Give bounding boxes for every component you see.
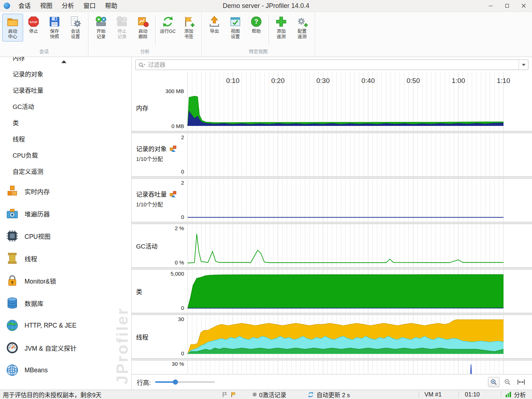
telemetry-row-gc-activity[interactable]: 2 % GC活动 0 % <box>132 224 532 268</box>
filter-input[interactable] <box>148 62 519 68</box>
sidebar-item-custom-telemetry[interactable]: 自定义遥测 <box>0 164 131 180</box>
database-icon <box>6 297 19 310</box>
threads-chart[interactable] <box>188 315 503 358</box>
toolbar-separator <box>155 15 156 45</box>
telemetry-name-recorded-throughput: 记录吞吐量 <box>136 189 177 198</box>
status-bar: 用于评估目的的未授权副本，剩余9天 0激活记录 自动更新 2 s VM #1 0… <box>0 390 532 399</box>
record-allocations-icon[interactable] <box>170 145 177 152</box>
add-telemetry-button[interactable]: 添加 遥测 <box>271 14 292 41</box>
live-memory-icon <box>6 185 19 198</box>
stop-recording-button: 停止 记录 <box>112 14 132 41</box>
add-bookmark-button[interactable]: 添加 书签 <box>178 14 199 41</box>
svg-text:0:20: 0:20 <box>271 77 285 84</box>
start-recording-button[interactable]: 开始 记录 <box>91 14 112 41</box>
sidebar-item-classes[interactable]: 类 <box>0 115 131 131</box>
elapsed-time: 01:10 <box>465 390 480 399</box>
start-center-button[interactable]: 启动 中心 <box>2 14 23 41</box>
close-button[interactable] <box>515 0 532 12</box>
sidebar-item-jvm-probes[interactable]: JVM & 自定义探针 <box>0 337 131 359</box>
zoom-in-icon <box>490 378 497 386</box>
auto-update-icon <box>308 391 314 398</box>
toolbar-group-label-specific-views: 特定视图 <box>202 47 315 57</box>
stop-button[interactable]: STOP 停止 <box>23 14 44 36</box>
minimize-icon <box>489 6 493 6</box>
sidebar-item-monitors-locks[interactable]: Monitor&锁 <box>0 269 131 292</box>
save-snapshot-button[interactable]: 保存 快照 <box>44 14 65 41</box>
help-button[interactable]: ? 帮助 <box>246 14 267 36</box>
fit-to-window-button[interactable] <box>515 377 527 387</box>
slider-thumb[interactable] <box>173 380 178 385</box>
classes-chart[interactable] <box>188 269 503 313</box>
add-bookmark-icon <box>183 16 195 28</box>
run-gc-button[interactable]: 运行GC <box>157 14 178 36</box>
menu-session[interactable]: 会话 <box>14 0 35 12</box>
zoom-in-button[interactable] <box>488 377 500 387</box>
sidebar-item-live-memory[interactable]: 实时内存 <box>0 180 131 202</box>
telemetry-row-threads[interactable]: 30 线程 0 <box>132 315 532 359</box>
auto-update-status[interactable]: 自动更新 2 s <box>308 390 350 399</box>
configure-telemetry-button[interactable]: 配置 遥测 <box>292 14 313 41</box>
gc-activity-chart[interactable] <box>188 224 503 267</box>
sidebar-item-heap-walker[interactable]: 堆遍历器 <box>0 202 131 225</box>
search-icon[interactable] <box>136 62 148 68</box>
stop-recording-icon <box>116 16 128 28</box>
y-min-label: 0 % <box>175 259 184 266</box>
sidebar-item-threads[interactable]: 线程 <box>0 247 131 269</box>
previous-bookmark-icon[interactable] <box>221 391 227 398</box>
svg-text:1:00: 1:00 <box>452 77 465 84</box>
sidebar-item-cpu-load[interactable]: CPU负载 <box>0 148 131 164</box>
row-height-slider[interactable] <box>155 379 215 385</box>
maximize-icon <box>505 4 509 8</box>
view-settings-icon <box>229 16 241 28</box>
recorded-throughput-chart[interactable] <box>188 179 503 222</box>
sidebar-item-memory-telemetry[interactable]: 内存 <box>0 57 131 66</box>
sidebar-item-http-rpc-jee[interactable]: HTTP, RPC & JEE <box>0 314 131 337</box>
scroll-up-icon[interactable] <box>61 60 66 63</box>
filter-combo[interactable] <box>135 60 528 70</box>
session-settings-button[interactable]: 会话 设置 <box>65 14 86 41</box>
export-button[interactable]: 导出 <box>204 14 225 36</box>
menu-view[interactable]: 视图 <box>35 0 57 12</box>
menu-window[interactable]: 窗口 <box>79 0 100 12</box>
maximize-button[interactable] <box>499 0 515 12</box>
session-settings-icon <box>69 16 82 28</box>
toolbar-group-label-session: 会话 <box>0 47 88 57</box>
telemetry-row-recorded-throughput[interactable]: 2 记录吞吐量 1/10个分配 0 <box>132 178 532 222</box>
sidebar-item-recorded-objects[interactable]: 记录的对象 <box>0 66 131 83</box>
memory-chart[interactable]: 0:100:200:300:400:501:001:10 <box>188 72 503 131</box>
toolbar-group-analyze: 开始 记录 停止 记录 启动 跟踪 运行GC 添加 书签 分析 <box>88 12 202 57</box>
cpu-load-chart[interactable] <box>188 360 503 374</box>
menu-analyze[interactable]: 分析 <box>57 0 79 12</box>
telemetry-row-memory[interactable]: 300 MB 内存 0 MB 0:100:200:300:400:501:001… <box>132 72 532 131</box>
save-snapshot-icon <box>48 16 61 28</box>
record-allocations-icon[interactable] <box>170 190 177 198</box>
filter-dropdown-button[interactable] <box>519 60 528 70</box>
telemetry-row-cpu-load[interactable]: 30 % <box>132 360 532 374</box>
minimize-button[interactable] <box>482 0 499 12</box>
sidebar-item-recorded-throughput[interactable]: 记录吞吐量 <box>0 83 131 99</box>
y-max-label: 2 % <box>175 225 184 231</box>
start-tracking-button[interactable]: 启动 跟踪 <box>132 14 153 41</box>
sidebar-item-threads-telemetry[interactable]: 线程 <box>0 131 131 148</box>
y-max-label: 30 % <box>172 361 184 367</box>
export-icon <box>208 16 221 28</box>
bookmark-icon[interactable] <box>230 391 236 398</box>
view-settings-button[interactable]: 视图 设置 <box>225 14 246 41</box>
y-min-label: 0 <box>181 350 184 356</box>
sidebar-item-gc-activity[interactable]: GC活动 <box>0 99 131 115</box>
y-min-label: 0 <box>181 214 184 220</box>
recorded-objects-chart[interactable] <box>188 133 503 176</box>
telemetry-row-classes[interactable]: 5,000 类 0 <box>132 269 532 313</box>
telemetry-row-recorded-objects[interactable]: 2 记录的对象 1/10个分配 0 <box>132 133 532 177</box>
y-max-label: 30 <box>178 316 184 322</box>
sidebar-item-databases[interactable]: 数据库 <box>0 292 131 314</box>
start-recording-icon <box>95 16 107 28</box>
run-gc-icon <box>162 16 174 28</box>
sidebar-item-mbeans[interactable]: MBeans <box>0 359 131 381</box>
zoom-out-button[interactable] <box>502 377 513 387</box>
sidebar-item-cpu-views[interactable]: CPU视图 <box>0 225 131 247</box>
menu-help[interactable]: 帮助 <box>100 0 122 12</box>
app-icon <box>4 3 10 9</box>
telemetry-name-threads: 线程 <box>136 332 148 341</box>
active-recordings-status[interactable]: 0激活记录 <box>253 390 286 399</box>
